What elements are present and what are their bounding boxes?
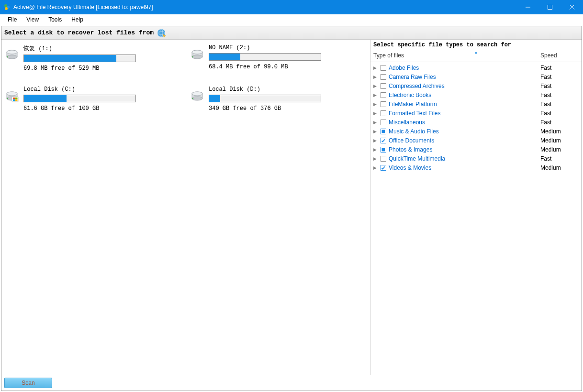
disk-free-text: 69.8 MB free of 529 MB	[23, 65, 181, 72]
column-type[interactable]: Type of files	[373, 52, 540, 59]
svg-rect-35	[381, 65, 386, 70]
disk-name: Local Disk (C:)	[23, 86, 181, 93]
expand-icon[interactable]: ▶	[373, 147, 380, 152]
expand-icon[interactable]: ▶	[373, 93, 380, 98]
filetype-checkbox[interactable]	[380, 165, 387, 171]
disk-icon	[5, 86, 19, 112]
filetype-row[interactable]: ▶ Compressed Archives Fast	[373, 81, 579, 90]
svg-rect-46	[382, 148, 385, 151]
disk-usage-fill	[24, 95, 67, 102]
filetype-row[interactable]: ▶ Miscellaneous Fast	[373, 118, 579, 127]
filetype-row[interactable]: ▶ FileMaker Platform Fast	[373, 99, 579, 109]
filetype-row[interactable]: ▶ Electronic Books Fast	[373, 90, 579, 99]
svg-rect-38	[381, 92, 386, 98]
menubar: File View Tools Help	[0, 14, 583, 25]
filetype-label: Office Documents	[389, 137, 540, 144]
svg-point-13	[7, 50, 17, 54]
disk-icon	[5, 44, 19, 72]
expand-icon[interactable]: ▶	[373, 120, 380, 125]
filetype-label: Compressed Archives	[389, 83, 540, 89]
menu-view[interactable]: View	[22, 16, 44, 23]
minimize-button[interactable]	[517, 0, 539, 14]
disk-free-text: 68.4 MB free of 99.0 MB	[209, 64, 366, 70]
disk-item[interactable]: Local Disk (C:) 61.6 GB free of 100 GB	[5, 86, 181, 112]
svg-rect-27	[15, 98, 18, 99]
filetype-label: Electronic Books	[389, 92, 540, 98]
disk-item[interactable]: NO NAME (2:) 68.4 MB free of 99.0 MB	[191, 44, 366, 72]
maximize-button[interactable]	[539, 0, 561, 14]
filetypes-list: ▶ Adobe Files Fast ▶ Camera Raw Files Fa…	[370, 62, 582, 375]
filetype-label: Camera Raw Files	[389, 74, 540, 80]
filetype-checkbox[interactable]	[380, 74, 387, 80]
svg-rect-29	[15, 99, 18, 101]
expand-icon[interactable]: ▶	[373, 65, 380, 70]
filetype-speed: Fast	[540, 155, 579, 162]
svg-point-17	[192, 55, 202, 59]
filetype-row[interactable]: ▶ QuickTime Multimedia Fast	[373, 154, 579, 163]
svg-rect-39	[381, 101, 386, 107]
filetype-speed: Fast	[540, 119, 579, 126]
filetype-checkbox[interactable]	[380, 92, 387, 98]
instruction-header: Select a disk to recover lost files from	[1, 26, 582, 40]
filetype-speed: Fast	[540, 92, 579, 98]
svg-point-23	[7, 92, 17, 96]
filetypes-columns-header[interactable]: Type of files ▲ Speed	[370, 50, 582, 62]
filetype-row[interactable]: ▶ Adobe Files Fast	[373, 63, 579, 72]
filetype-label: QuickTime Multimedia	[389, 155, 540, 162]
disk-free-text: 61.6 GB free of 100 GB	[23, 105, 181, 112]
expand-icon[interactable]: ▶	[373, 138, 380, 143]
filetype-checkbox[interactable]	[380, 65, 387, 71]
window-title: Active@ File Recovery Ultimate [Licensed…	[13, 4, 517, 11]
filetype-checkbox[interactable]	[380, 83, 387, 89]
disk-icon	[191, 86, 204, 112]
filetype-label: Adobe Files	[389, 65, 540, 71]
filetype-row[interactable]: ▶ Music & Audio Files Medium	[373, 127, 579, 136]
filetype-checkbox[interactable]	[380, 147, 387, 152]
filetype-row[interactable]: ▶ Photos & Images Medium	[373, 145, 579, 154]
expand-icon[interactable]: ▶	[373, 165, 380, 170]
window-controls	[517, 0, 583, 14]
filetype-checkbox[interactable]	[380, 120, 387, 125]
filetype-checkbox[interactable]	[380, 129, 387, 134]
expand-icon[interactable]: ▶	[373, 156, 380, 161]
svg-point-18	[192, 50, 202, 54]
filetype-row[interactable]: ▶ Formatted Text Files Fast	[373, 109, 579, 118]
globe-icon	[157, 28, 166, 38]
disk-icon	[191, 44, 204, 72]
disk-item[interactable]: Local Disk (D:) 340 GB free of 376 GB	[191, 86, 366, 112]
app-icon	[4, 4, 11, 11]
disk-item[interactable]: 恢复 (1:) 69.8 MB free of 529 MB	[5, 44, 181, 72]
svg-rect-41	[381, 120, 386, 125]
expand-icon[interactable]: ▶	[373, 111, 380, 116]
filetype-checkbox[interactable]	[380, 138, 387, 143]
svg-point-24	[7, 98, 8, 99]
filetype-row[interactable]: ▶ Office Documents Medium	[373, 136, 579, 145]
filetype-speed: Fast	[540, 83, 579, 89]
expand-icon[interactable]: ▶	[373, 84, 380, 88]
menu-tools[interactable]: Tools	[44, 16, 67, 23]
svg-rect-37	[381, 83, 386, 88]
filetypes-pane: Select specific file types to search for…	[370, 40, 582, 375]
svg-point-0	[4, 4, 7, 7]
filetype-row[interactable]: ▶ Videos & Movies Medium	[373, 163, 579, 172]
close-button[interactable]	[561, 0, 583, 14]
expand-icon[interactable]: ▶	[373, 102, 380, 107]
menu-help[interactable]: Help	[67, 16, 88, 23]
filetype-label: Photos & Images	[389, 146, 540, 153]
filetype-label: Videos & Movies	[389, 164, 540, 171]
disk-usage-bar	[23, 54, 136, 62]
disk-usage-bar	[209, 95, 321, 102]
filetype-checkbox[interactable]	[380, 110, 387, 116]
expand-icon[interactable]: ▶	[373, 129, 380, 134]
disk-usage-bar	[209, 53, 321, 61]
filetype-checkbox[interactable]	[380, 101, 387, 107]
filetype-checkbox[interactable]	[380, 156, 387, 162]
filetype-row[interactable]: ▶ Camera Raw Files Fast	[373, 72, 579, 81]
scan-button[interactable]: Scan	[4, 378, 52, 388]
svg-rect-43	[382, 130, 385, 133]
expand-icon[interactable]: ▶	[373, 75, 380, 79]
svg-point-34	[192, 98, 193, 99]
svg-rect-40	[381, 110, 386, 116]
menu-file[interactable]: File	[3, 16, 22, 23]
column-speed[interactable]: Speed	[540, 52, 579, 59]
